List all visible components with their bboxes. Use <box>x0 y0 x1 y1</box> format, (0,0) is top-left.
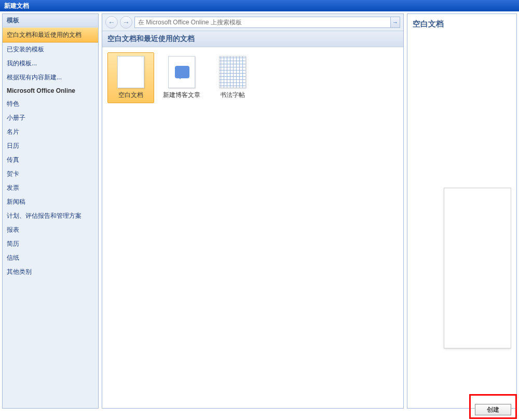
sidebar-item[interactable]: 发票 <box>3 181 98 195</box>
sidebar-item[interactable]: 根据现有内容新建... <box>3 71 98 85</box>
sidebar-item-label: 简历 <box>7 240 19 247</box>
sidebar-item-label: 其他类别 <box>7 268 32 275</box>
sidebar-item-label: 计划、评估报告和管理方案 <box>7 212 81 219</box>
sidebar-item-label: 空白文档和最近使用的文档 <box>7 31 81 38</box>
preview-title: 空白文档 <box>413 19 511 29</box>
template-label: 空白文档 <box>118 91 143 100</box>
sidebar-item-label: Microsoft Office Online <box>7 87 75 94</box>
sidebar-item[interactable]: 其他类别 <box>3 265 98 279</box>
preview-image <box>444 188 511 348</box>
sidebar-section-header: Microsoft Office Online <box>3 85 98 97</box>
sidebar-item-label: 发票 <box>7 184 19 191</box>
arrow-left-icon: ← <box>108 18 115 26</box>
sidebar-item-label: 新闻稿 <box>7 198 25 205</box>
sidebar: 模板 空白文档和最近使用的文档已安装的模板我的模板...根据现有内容新建...M… <box>2 13 99 409</box>
arrow-right-icon: → <box>392 19 398 25</box>
section-title: 空白文档和最近使用的文档 <box>102 31 403 47</box>
create-button[interactable]: 创建 <box>475 404 511 415</box>
sidebar-item-label: 根据现有内容新建... <box>7 74 62 81</box>
title-bar: 新建文档 <box>0 0 519 11</box>
template-label: 书法字帖 <box>220 91 245 100</box>
sidebar-item-label: 小册子 <box>7 114 25 121</box>
template-blog-icon <box>168 56 195 88</box>
sidebar-item[interactable]: 贺卡 <box>3 167 98 181</box>
sidebar-item-label: 名片 <box>7 128 19 135</box>
sidebar-item[interactable]: 已安装的模板 <box>3 43 98 57</box>
sidebar-item[interactable]: 日历 <box>3 139 98 153</box>
sidebar-item[interactable]: 计划、评估报告和管理方案 <box>3 209 98 223</box>
nav-back-button[interactable]: ← <box>105 16 118 29</box>
template-card[interactable]: 空白文档 <box>107 52 154 103</box>
create-highlight: 创建 <box>469 394 517 419</box>
sidebar-item[interactable]: 简历 <box>3 237 98 251</box>
sidebar-item-label: 我的模板... <box>7 60 37 67</box>
sidebar-item[interactable]: 新闻稿 <box>3 195 98 209</box>
arrow-right-icon: → <box>122 18 130 26</box>
sidebar-item-label: 日历 <box>7 142 19 149</box>
sidebar-item-label: 信纸 <box>7 254 19 261</box>
sidebar-item-label: 贺卡 <box>7 170 19 177</box>
sidebar-item-label: 传真 <box>7 156 19 163</box>
templates-grid: 空白文档新建博客文章书法字帖 <box>102 47 403 408</box>
template-grid-icon <box>219 56 246 88</box>
sidebar-item[interactable]: 信纸 <box>3 251 98 265</box>
sidebar-item-label: 报表 <box>7 226 19 233</box>
template-card[interactable]: 新建博客文章 <box>158 52 205 103</box>
search-input[interactable] <box>135 17 390 27</box>
sidebar-item[interactable]: 小册子 <box>3 111 98 125</box>
sidebar-item[interactable]: 我的模板... <box>3 57 98 71</box>
search-go-button[interactable]: → <box>390 17 400 27</box>
content-area: 模板 空白文档和最近使用的文档已安装的模板我的模板...根据现有内容新建...M… <box>0 11 519 411</box>
sidebar-item-label: 特色 <box>7 100 19 107</box>
sidebar-item-label: 已安装的模板 <box>7 46 44 53</box>
preview-image-wrap <box>413 39 511 403</box>
search-container: → <box>134 17 400 28</box>
window-title: 新建文档 <box>4 2 29 9</box>
nav-forward-button[interactable]: → <box>120 16 132 29</box>
sidebar-item[interactable]: 报表 <box>3 223 98 237</box>
sidebar-item[interactable]: 传真 <box>3 153 98 167</box>
sidebar-item[interactable]: 名片 <box>3 125 98 139</box>
main-panel: ← → → 空白文档和最近使用的文档 空白文档新建博客文章书法字帖 <box>102 13 404 409</box>
sidebar-header: 模板 <box>3 14 98 27</box>
nav-bar: ← → → <box>102 14 403 31</box>
template-blank-icon <box>117 56 144 88</box>
sidebar-item[interactable]: 空白文档和最近使用的文档 <box>3 27 98 43</box>
sidebar-item[interactable]: 特色 <box>3 97 98 111</box>
template-card[interactable]: 书法字帖 <box>209 52 256 103</box>
preview-panel: 空白文档 <box>407 13 517 409</box>
template-label: 新建博客文章 <box>163 91 200 100</box>
